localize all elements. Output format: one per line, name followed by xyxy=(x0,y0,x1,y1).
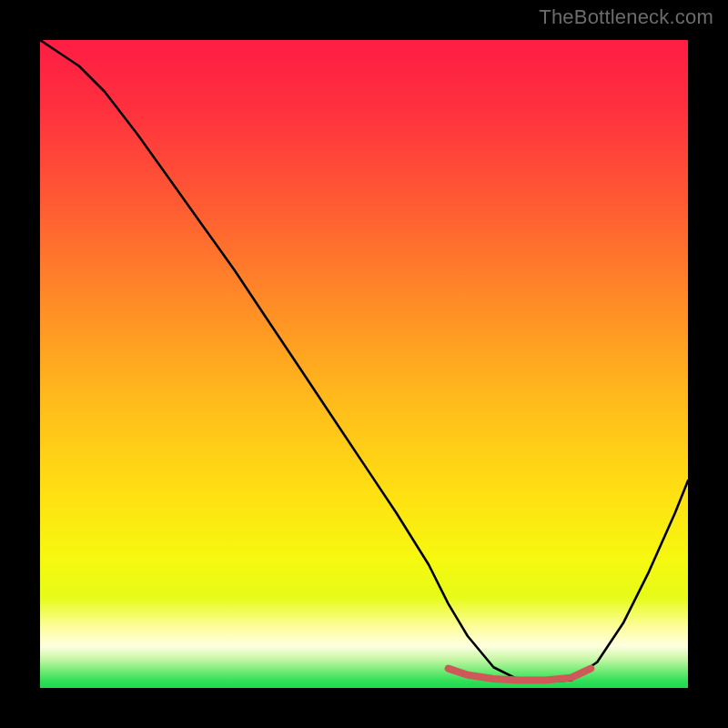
plot-area xyxy=(40,40,688,688)
highlight-layer xyxy=(40,40,688,688)
watermark-text: TheBottleneck.com xyxy=(539,5,713,29)
chart-frame: TheBottleneck.com xyxy=(0,0,728,728)
optimal-range-highlight xyxy=(449,669,592,681)
